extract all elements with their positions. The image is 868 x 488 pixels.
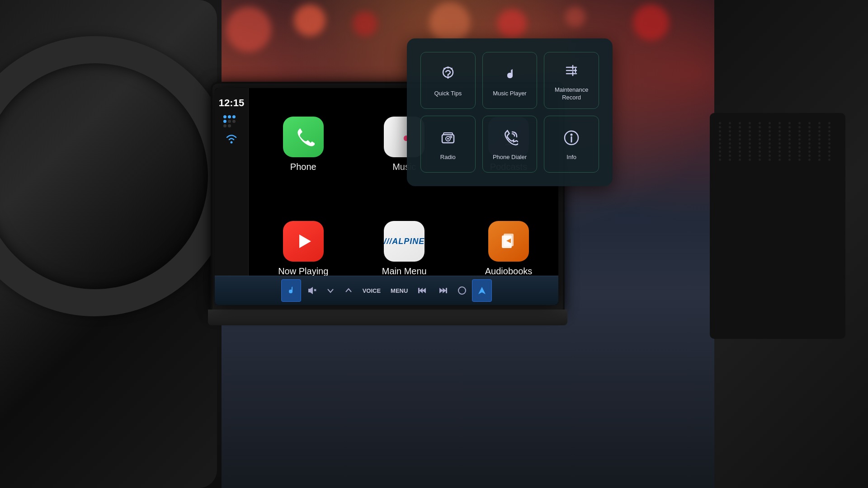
bokeh-4 xyxy=(353,11,377,36)
phone-dialer-item[interactable]: Phone Dialer xyxy=(482,116,538,173)
speaker-dot-14 xyxy=(739,126,741,128)
speaker-dot-56 xyxy=(798,138,801,141)
speaker-dot-40 xyxy=(759,134,761,136)
speaker-dot-58 xyxy=(818,138,821,141)
speaker-dot-12 xyxy=(719,126,721,128)
speaker-dot-49 xyxy=(729,138,731,141)
bokeh-6 xyxy=(497,9,527,38)
speaker-dot-79 xyxy=(788,146,791,149)
audiobooks-label: Audiobooks xyxy=(485,266,533,277)
svg-marker-19 xyxy=(478,287,486,294)
speaker-dot-44 xyxy=(798,134,801,136)
speaker-dot-3 xyxy=(749,122,751,124)
speaker-dot-11 xyxy=(828,122,830,124)
svg-point-8 xyxy=(289,290,292,293)
maintenance-record-icon xyxy=(560,59,583,82)
speaker-dot-17 xyxy=(769,126,771,128)
nav-control-btn[interactable] xyxy=(472,279,492,302)
speaker-dot-108 xyxy=(719,159,721,161)
speaker-dot-37 xyxy=(729,134,731,136)
speaker-dot-113 xyxy=(769,159,771,161)
bokeh-7 xyxy=(565,7,585,27)
speaker-dot-92 xyxy=(798,150,801,153)
maintenance-record-label: Maintenance Record xyxy=(549,86,594,102)
info-icon xyxy=(560,127,583,149)
speaker-dot-77 xyxy=(769,146,771,149)
speaker-dots-grid xyxy=(710,113,845,170)
now-playing-icon xyxy=(283,221,324,262)
svg-rect-17 xyxy=(446,288,447,293)
popup-menu: Quick Tips Music Player Maintenance Reco… xyxy=(407,38,613,186)
wifi-icon xyxy=(225,134,238,146)
speaker-dot-91 xyxy=(788,150,791,153)
speaker-dot-109 xyxy=(729,159,731,161)
scroll-up-btn[interactable] xyxy=(340,279,357,302)
speaker-dot-95 xyxy=(828,150,830,153)
speaker-dot-62 xyxy=(739,142,741,145)
speaker-grille-right xyxy=(710,113,845,339)
phone-app[interactable]: Phone xyxy=(253,93,354,196)
speaker-dot-41 xyxy=(769,134,771,136)
radio-label: Radio xyxy=(440,154,456,161)
speaker-dot-19 xyxy=(788,126,791,128)
maintenance-record-item[interactable]: Maintenance Record xyxy=(544,52,599,109)
radio-item[interactable]: Radio xyxy=(420,116,476,173)
speaker-dot-94 xyxy=(818,150,821,153)
svg-point-40 xyxy=(571,134,573,136)
music-player-item[interactable]: Music Player xyxy=(482,52,538,109)
speaker-dot-93 xyxy=(808,150,811,153)
speaker-dot-99 xyxy=(749,155,751,157)
signal-dot-5 xyxy=(232,120,236,123)
prev-track-btn[interactable] xyxy=(413,279,432,302)
speaker-dot-6 xyxy=(778,122,781,124)
speaker-dot-23 xyxy=(828,126,830,128)
speaker-dot-72 xyxy=(719,146,721,149)
mute-control-btn[interactable] xyxy=(302,279,321,302)
signal-dot-3 xyxy=(223,120,226,123)
speaker-dot-47 xyxy=(828,134,830,136)
bokeh-2 xyxy=(226,7,271,52)
speaker-dot-67 xyxy=(788,142,791,145)
speaker-dot-22 xyxy=(818,126,821,128)
speaker-dot-87 xyxy=(749,150,751,153)
now-playing-label: Now Playing xyxy=(278,266,328,277)
menu-control-btn[interactable]: MENU xyxy=(386,279,412,302)
speaker-dot-10 xyxy=(818,122,821,124)
speaker-dot-63 xyxy=(749,142,751,145)
svg-point-0 xyxy=(231,141,233,144)
svg-point-18 xyxy=(458,287,466,294)
speaker-dot-119 xyxy=(828,159,830,161)
speaker-dot-36 xyxy=(719,134,721,136)
info-item[interactable]: Info xyxy=(544,116,599,173)
circle-control-btn[interactable] xyxy=(453,279,471,302)
speaker-dot-35 xyxy=(828,130,830,132)
signal-dot-4 xyxy=(228,120,231,123)
speaker-dot-116 xyxy=(798,159,801,161)
quick-tips-item[interactable]: Quick Tips xyxy=(420,52,476,109)
scroll-down-btn[interactable] xyxy=(322,279,339,302)
signal-dot-7 xyxy=(228,124,231,127)
next-track-btn[interactable] xyxy=(433,279,452,302)
speaker-dot-65 xyxy=(769,142,771,145)
bokeh-5 xyxy=(429,2,470,43)
speaker-dot-80 xyxy=(798,146,801,149)
speaker-dot-29 xyxy=(769,130,771,132)
speaker-dot-103 xyxy=(788,155,791,157)
steering-wheel xyxy=(0,0,217,488)
speaker-dot-59 xyxy=(828,138,830,141)
speaker-dot-102 xyxy=(778,155,781,157)
speaker-dot-0 xyxy=(719,122,721,124)
speaker-dot-111 xyxy=(749,159,751,161)
speaker-dot-20 xyxy=(798,126,801,128)
speaker-dot-110 xyxy=(739,159,741,161)
speaker-dot-51 xyxy=(749,138,751,141)
svg-rect-14 xyxy=(418,288,420,293)
quick-tips-label: Quick Tips xyxy=(434,90,462,98)
voice-control-btn[interactable]: VOICE xyxy=(358,279,385,302)
svg-marker-9 xyxy=(308,287,313,294)
music-control-btn[interactable] xyxy=(281,279,301,302)
speaker-dot-53 xyxy=(769,138,771,141)
speaker-dot-66 xyxy=(778,142,781,145)
speaker-dot-46 xyxy=(818,134,821,136)
speaker-dot-55 xyxy=(788,138,791,141)
